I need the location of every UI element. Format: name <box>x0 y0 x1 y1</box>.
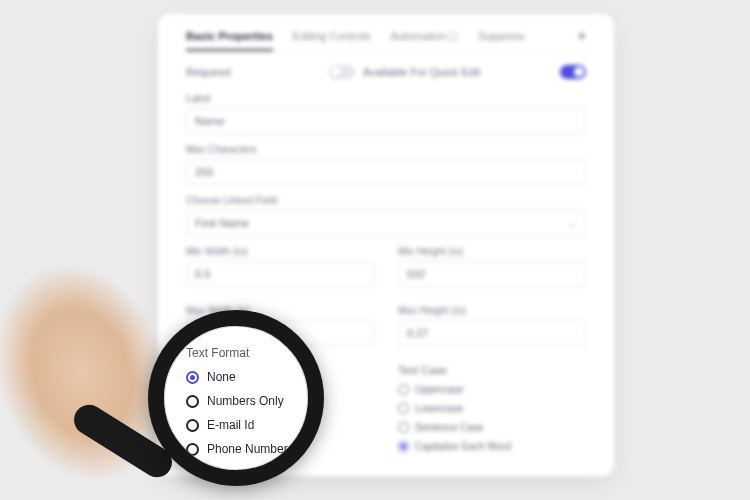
max-height-input[interactable]: 0.27 <box>398 320 586 346</box>
text-case-title: Text Case <box>398 364 586 376</box>
radio-lowercase[interactable]: Lowercase <box>398 403 586 414</box>
required-label: Required <box>186 66 321 78</box>
required-toggle[interactable] <box>329 65 355 79</box>
radio-none[interactable]: None <box>186 370 300 384</box>
tab-basic-properties[interactable]: Basic Properties <box>186 30 273 51</box>
linked-field-select[interactable]: First Name <box>186 210 586 236</box>
radio-email-id[interactable]: E-mail Id <box>186 418 300 432</box>
close-icon[interactable]: × <box>578 28 586 44</box>
maxchar-input[interactable]: 255 <box>186 159 586 185</box>
radio-phone-label: Phone Number <box>207 442 288 456</box>
tab-automation-label: Automation <box>390 30 446 42</box>
tab-suppress[interactable]: Suppress <box>478 30 524 42</box>
tab-automation[interactable]: Automationi <box>390 30 458 42</box>
maxchar-label: Max Characters <box>186 144 586 155</box>
text-format-title: Text Format <box>186 346 300 360</box>
radio-capitalize-each[interactable]: Capitalize Each Word <box>398 441 586 452</box>
radio-none-label: None <box>207 370 236 384</box>
magnifier-lens: Text Format None Numbers Only E-mail Id … <box>148 310 324 486</box>
quick-edit-toggle[interactable] <box>560 65 586 79</box>
min-width-input[interactable]: 0.5 <box>186 261 374 287</box>
radio-icon <box>186 371 199 384</box>
radio-icon <box>186 395 199 408</box>
radio-icon <box>186 419 199 432</box>
radio-numbers-label: Numbers Only <box>207 394 284 408</box>
max-height-label: Max Height (in) <box>398 305 586 316</box>
label-field-label: Label <box>186 93 586 104</box>
linked-field-value: First Name <box>195 217 249 229</box>
label-input[interactable]: Name <box>186 108 586 134</box>
radio-numbers-only[interactable]: Numbers Only <box>186 394 300 408</box>
radio-uppercase[interactable]: Uppercase <box>398 384 586 395</box>
magnifier: Text Format None Numbers Only E-mail Id … <box>78 300 298 496</box>
radio-email-label: E-mail Id <box>207 418 254 432</box>
radio-sentence-case[interactable]: Sentence Case <box>398 422 586 433</box>
radio-phone-number[interactable]: Phone Number <box>186 442 300 456</box>
tab-bar: Basic Properties Editing Controls Automa… <box>186 28 586 53</box>
radio-icon <box>186 443 199 456</box>
info-icon: i <box>448 32 458 42</box>
linked-field-label: Choose Linked Field <box>186 195 586 206</box>
tab-editing-controls[interactable]: Editing Controls <box>293 30 371 42</box>
min-height-input[interactable]: 032 <box>398 261 586 287</box>
min-width-label: Min Width (in) <box>186 246 374 257</box>
quick-edit-label: Available For Quick Edit <box>363 66 552 78</box>
min-height-label: Min Height (in) <box>398 246 586 257</box>
